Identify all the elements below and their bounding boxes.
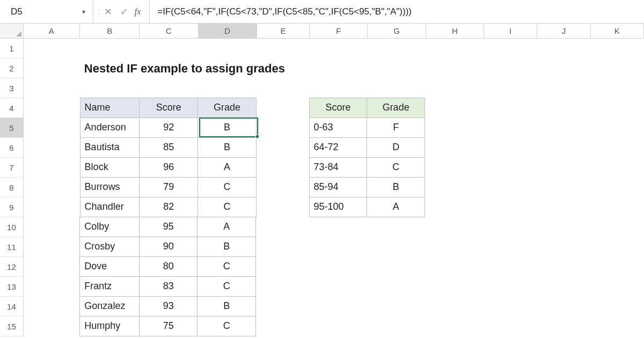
cell-K6[interactable] [590, 138, 644, 158]
name-box[interactable]: D5 [8, 5, 75, 18]
cell-J14[interactable] [537, 297, 591, 317]
cell-J8[interactable] [537, 178, 591, 197]
col-header-B[interactable]: B [80, 24, 140, 38]
cell-E5[interactable] [257, 118, 310, 138]
cell-I15[interactable] [484, 317, 537, 336]
cell-G14[interactable] [367, 297, 426, 317]
col-header-K[interactable]: K [591, 24, 644, 38]
table-row-score[interactable]: 85 [139, 137, 198, 158]
cell-A13[interactable] [24, 277, 80, 297]
header-score[interactable]: Score [139, 98, 198, 118]
col-header-G[interactable]: G [368, 24, 426, 38]
table-row-grade[interactable]: B [197, 296, 256, 317]
accept-icon[interactable]: ✓ [116, 0, 133, 24]
cell-I14[interactable] [484, 297, 537, 317]
cell-F14[interactable] [309, 297, 368, 317]
row-header-2[interactable]: 2 [0, 58, 24, 78]
cell-A5[interactable] [24, 118, 80, 138]
lookup-row-range[interactable]: 73-84 [309, 157, 368, 178]
col-header-E[interactable]: E [257, 24, 310, 38]
cell-G3[interactable] [368, 78, 426, 98]
row-header-5[interactable]: 5 [0, 118, 24, 138]
fx-icon[interactable]: fx [133, 7, 145, 17]
cell-A2[interactable] [24, 58, 80, 78]
row-header-7[interactable]: 7 [0, 158, 24, 178]
cell-F12[interactable] [309, 257, 368, 277]
lookup-row-range[interactable]: 95-100 [309, 197, 368, 217]
cell-H9[interactable] [425, 197, 484, 217]
cell-J1[interactable] [537, 39, 590, 58]
table-row-grade[interactable]: C [197, 197, 257, 217]
lookup-row-range[interactable]: 0-63 [309, 117, 368, 138]
cell-H8[interactable] [425, 178, 484, 197]
cell-H1[interactable] [426, 39, 484, 58]
cell-E12[interactable] [256, 257, 309, 277]
cell-E10[interactable] [256, 217, 309, 237]
row-header-3[interactable]: 3 [0, 78, 24, 98]
table-row-score[interactable]: 93 [139, 296, 198, 317]
cell-I10[interactable] [484, 217, 537, 237]
table-row-grade[interactable]: B [197, 237, 256, 257]
table-row-score[interactable]: 80 [139, 256, 198, 277]
table-row-name[interactable]: Chandler [80, 197, 140, 217]
table-row-score[interactable]: 92 [139, 117, 198, 138]
cell-E7[interactable] [257, 158, 310, 178]
cell-I4[interactable] [484, 98, 537, 118]
cell-H10[interactable] [426, 217, 484, 237]
table-row-score[interactable]: 96 [139, 157, 198, 178]
cell-H13[interactable] [426, 277, 484, 297]
table-row-score[interactable]: 82 [139, 197, 198, 217]
cell-J6[interactable] [537, 138, 591, 158]
cell-F1[interactable] [310, 39, 368, 58]
row-header-1[interactable]: 1 [0, 39, 24, 58]
cell-A8[interactable] [24, 178, 80, 197]
lookup-row-grade[interactable]: B [367, 177, 425, 197]
table-row-score[interactable]: 90 [139, 237, 198, 257]
cell-H6[interactable] [425, 138, 484, 158]
cell-A6[interactable] [24, 138, 80, 158]
cell-K11[interactable] [590, 237, 644, 257]
cancel-icon[interactable]: ✕ [100, 0, 116, 24]
cell-I8[interactable] [484, 178, 537, 197]
table-row-name[interactable]: Bautista [80, 137, 140, 158]
cell-G15[interactable] [367, 317, 426, 336]
table-row-grade[interactable]: B [197, 117, 257, 138]
cell-I13[interactable] [484, 277, 537, 297]
cell-K14[interactable] [590, 297, 644, 317]
cell-C1[interactable] [140, 39, 198, 58]
cell-E1[interactable] [257, 39, 310, 58]
cell-A4[interactable] [24, 98, 80, 118]
cell-H12[interactable] [426, 257, 484, 277]
row-header-15[interactable]: 15 [0, 317, 24, 336]
cell-G11[interactable] [367, 237, 426, 257]
cell-A1[interactable] [24, 39, 80, 58]
table-row-name[interactable]: Gonzalez [79, 296, 140, 317]
col-header-H[interactable]: H [426, 24, 484, 38]
cell-F2[interactable] [310, 58, 368, 78]
cell-E6[interactable] [257, 138, 310, 158]
table-row-name[interactable]: Anderson [80, 117, 140, 138]
cell-K5[interactable] [590, 118, 644, 138]
cell-A3[interactable] [24, 78, 80, 98]
row-header-8[interactable]: 8 [0, 178, 24, 197]
cell-H5[interactable] [425, 118, 484, 138]
cell-H3[interactable] [426, 78, 484, 98]
row-header-11[interactable]: 11 [0, 237, 24, 257]
cell-F15[interactable] [309, 317, 368, 336]
cell-K15[interactable] [590, 317, 644, 336]
cell-K13[interactable] [590, 277, 644, 297]
cell-F13[interactable] [309, 277, 368, 297]
cell-A12[interactable] [24, 257, 80, 277]
cell-A10[interactable] [24, 217, 80, 237]
cell-I1[interactable] [484, 39, 537, 58]
lookup-row-grade[interactable]: C [367, 157, 425, 178]
header-name[interactable]: Name [80, 98, 140, 118]
cell-K7[interactable] [590, 158, 644, 178]
cell-J11[interactable] [537, 237, 591, 257]
cell-J3[interactable] [537, 78, 590, 98]
cell-I2[interactable] [484, 58, 537, 78]
name-box-dropdown-icon[interactable]: ▾ [79, 0, 89, 24]
cell-H2[interactable] [426, 58, 484, 78]
cell-I11[interactable] [484, 237, 537, 257]
cell-J4[interactable] [537, 98, 591, 118]
